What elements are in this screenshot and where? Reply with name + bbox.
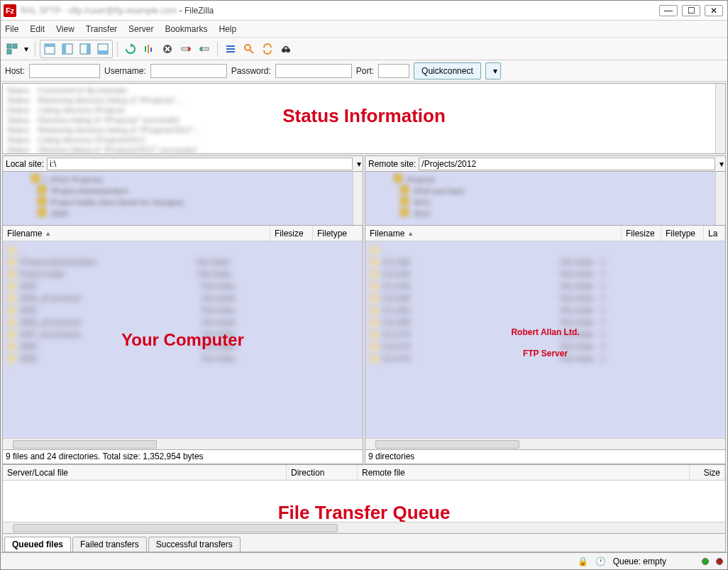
queue-col-size[interactable]: Size	[690, 465, 725, 480]
local-col-filename[interactable]: Filename▲	[3, 226, 270, 241]
svg-rect-0	[7, 44, 11, 48]
remote-site-label: Remote site:	[365, 159, 419, 169]
remote-list-header: Filename▲ Filesize Filetype La	[365, 226, 725, 241]
toggle-queue-button[interactable]	[94, 40, 111, 57]
menu-file[interactable]: File	[5, 24, 18, 34]
local-hscrollbar[interactable]	[3, 438, 363, 449]
transfer-queue: Server/Local file Direction Remote file …	[2, 464, 726, 552]
menu-transfer[interactable]: Transfer	[86, 24, 117, 34]
window-title: RAL SFTP - sftp://user@ftp.example.com -…	[21, 6, 659, 16]
local-file-list[interactable]: 📁 ..📁 !Project Administration File folde…	[3, 241, 363, 438]
close-button[interactable]: ✕	[705, 5, 723, 16]
title-separator: -	[180, 6, 184, 16]
activity-led-upload	[716, 558, 723, 565]
queue-col-direction[interactable]: Direction	[287, 465, 358, 480]
minimize-button[interactable]: —	[659, 5, 678, 16]
remote-pane: Remote site: ▾ Projects 2010 and back 20…	[365, 155, 726, 464]
toggle-remote-tree-button[interactable]	[77, 40, 94, 57]
queue-hscrollbar[interactable]	[3, 522, 725, 533]
toggle-log-button[interactable]	[41, 40, 58, 57]
local-path-dropdown[interactable]: ▾	[357, 159, 361, 169]
menu-server[interactable]: Server	[128, 24, 153, 34]
svg-rect-2	[7, 50, 11, 54]
quickconnect-button[interactable]: Quickconnect	[414, 62, 481, 80]
remote-col-filename[interactable]: Filename▲	[365, 226, 622, 241]
filter-button[interactable]	[222, 40, 239, 57]
site-manager-button[interactable]	[4, 40, 21, 57]
svg-rect-10	[98, 50, 108, 54]
app-window: Fz RAL SFTP - sftp://user@ftp.example.co…	[0, 0, 728, 570]
toolbar: ▾	[1, 38, 727, 60]
queue-col-serverlocal[interactable]: Server/Local file	[3, 465, 287, 480]
svg-point-23	[286, 48, 290, 53]
clock-icon: 🕐	[595, 557, 606, 566]
svg-point-22	[282, 48, 286, 53]
sync-browse-button[interactable]	[259, 40, 276, 57]
local-list-header: Filename▲ Filesize Filetype	[3, 226, 363, 241]
queue-body[interactable]: File Transfer Queue	[3, 481, 725, 522]
reconnect-button[interactable]	[196, 40, 213, 57]
remote-file-list[interactable]: 📁 .. 📁 212-008 File folder 2 📁 212-025	[365, 241, 725, 438]
annotation-queue: File Transfer Queue	[3, 502, 725, 524]
local-tree[interactable]: I: (FILE Projects) !Project Administrati…	[3, 172, 363, 226]
svg-rect-18	[226, 48, 235, 50]
remote-col-filesize[interactable]: Filesize	[622, 226, 661, 241]
username-label: Username:	[104, 66, 146, 76]
svg-rect-19	[226, 51, 235, 53]
local-pane: Local site: ▾ I: (FILE Projects) !Projec…	[2, 155, 363, 464]
quickconnect-bar: Host: Username: Password: Port: Quickcon…	[1, 60, 727, 82]
quickconnect-history-dropdown[interactable]: ▾	[485, 62, 501, 80]
svg-rect-17	[226, 45, 235, 47]
find-button[interactable]	[277, 40, 294, 57]
queue-process-button[interactable]	[140, 40, 158, 57]
username-input[interactable]	[150, 64, 227, 78]
remote-hscrollbar[interactable]	[365, 438, 725, 449]
port-label: Port:	[356, 66, 374, 76]
disconnect-button[interactable]	[177, 40, 194, 57]
svg-rect-6	[62, 44, 66, 54]
tab-queued-files[interactable]: Queued files	[4, 537, 71, 552]
split-panes: Local site: ▾ I: (FILE Projects) !Projec…	[1, 155, 727, 464]
refresh-button[interactable]	[122, 40, 139, 57]
remote-tree[interactable]: Projects 2010 and back 2011 2012	[365, 172, 725, 226]
title-appname: FileZilla	[184, 6, 214, 16]
svg-rect-1	[13, 44, 17, 48]
local-col-filetype[interactable]: Filetype	[313, 226, 363, 241]
svg-point-20	[245, 45, 250, 50]
log-text-blur: Status Connected to ftp.example Status R…	[3, 84, 725, 154]
app-logo-icon: Fz	[4, 4, 16, 17]
toggle-local-tree-button[interactable]	[59, 40, 76, 57]
site-manager-dropdown[interactable]: ▾	[22, 40, 31, 57]
remote-path-dropdown[interactable]: ▾	[719, 159, 724, 169]
host-label: Host:	[5, 66, 25, 76]
local-col-filesize[interactable]: Filesize	[270, 226, 313, 241]
host-input[interactable]	[29, 64, 100, 78]
password-input[interactable]	[275, 64, 352, 78]
menu-edit[interactable]: Edit	[30, 24, 45, 34]
local-path-input[interactable]	[47, 158, 353, 170]
remote-col-filetype[interactable]: Filetype	[661, 226, 704, 241]
svg-rect-11	[145, 46, 146, 52]
menu-help[interactable]: Help	[219, 24, 236, 34]
menu-bar: File Edit View Transfer Server Bookmarks…	[1, 21, 727, 38]
message-log[interactable]: Status Connected to ftp.example Status R…	[2, 83, 726, 154]
port-input[interactable]	[378, 64, 409, 78]
svg-rect-8	[87, 44, 90, 54]
queue-col-remotefile[interactable]: Remote file	[358, 465, 690, 480]
directory-compare-button[interactable]	[241, 40, 258, 57]
tab-failed-transfers[interactable]: Failed transfers	[72, 537, 147, 552]
cancel-button[interactable]	[159, 40, 176, 57]
menu-view[interactable]: View	[56, 24, 75, 34]
remote-path-input[interactable]	[419, 158, 715, 170]
log-scrollbar[interactable]	[715, 84, 725, 153]
remote-tree-scrollbar[interactable]	[715, 172, 725, 225]
lock-icon: 🔒	[578, 557, 588, 566]
queue-status-text: Queue: empty	[613, 557, 666, 566]
tab-successful-transfers[interactable]: Successful transfers	[148, 537, 241, 552]
password-label: Password:	[231, 66, 271, 76]
local-tree-scrollbar[interactable]	[353, 172, 363, 225]
maximize-button[interactable]: ☐	[682, 5, 700, 16]
menu-bookmarks[interactable]: Bookmarks	[165, 24, 207, 34]
queue-tabs: Queued files Failed transfers Successful…	[3, 533, 725, 552]
remote-col-lastmod[interactable]: La	[704, 226, 725, 241]
